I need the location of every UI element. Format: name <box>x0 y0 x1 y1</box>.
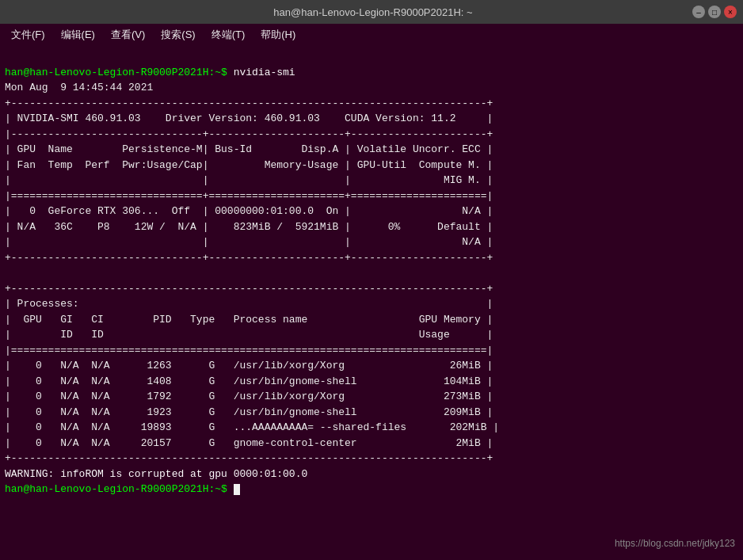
titlebar-title: han@han-Lenovo-Legion-R9000P2021H: ~ <box>54 6 692 18</box>
prompt-path-2: :~$ <box>208 483 227 495</box>
nvidia-smi-output: +---------------------------------------… <box>5 97 499 465</box>
terminal-output: han@han-Lenovo-Legion-R9000P2021H:~$ nvi… <box>0 46 743 560</box>
prompt-user-1: han@han-Lenovo-Legion-R9000P2021H <box>5 67 208 78</box>
minimize-button[interactable]: – <box>692 6 705 18</box>
menu-file[interactable]: 文件(F) <box>5 26 51 44</box>
maximize-button[interactable]: □ <box>708 6 721 18</box>
warning-line: WARNING: infoROM is corrupted at gpu 000… <box>5 468 307 480</box>
command-1: nvidia-smi <box>227 67 295 78</box>
menubar: 文件(F) 编辑(E) 查看(V) 搜索(S) 终端(T) 帮助(H) <box>0 24 743 46</box>
watermark: https://blog.csdn.net/jdky123 <box>615 538 735 549</box>
menu-terminal[interactable]: 终端(T) <box>205 26 252 44</box>
prompt-user-2: han@han-Lenovo-Legion-R9000P2021H <box>5 483 208 495</box>
titlebar: han@han-Lenovo-Legion-R9000P2021H: ~ – □… <box>0 0 743 24</box>
menu-help[interactable]: 帮助(H) <box>254 26 302 44</box>
window-controls[interactable]: – □ × <box>692 6 737 18</box>
menu-edit[interactable]: 编辑(E) <box>55 26 101 44</box>
terminal-cursor <box>234 484 240 495</box>
date-line: Mon Aug 9 14:45:44 2021 <box>5 82 153 93</box>
prompt-path-1: :~$ <box>208 67 227 78</box>
close-button[interactable]: × <box>724 6 737 18</box>
menu-view[interactable]: 查看(V) <box>105 26 151 44</box>
menu-search[interactable]: 搜索(S) <box>154 26 201 44</box>
